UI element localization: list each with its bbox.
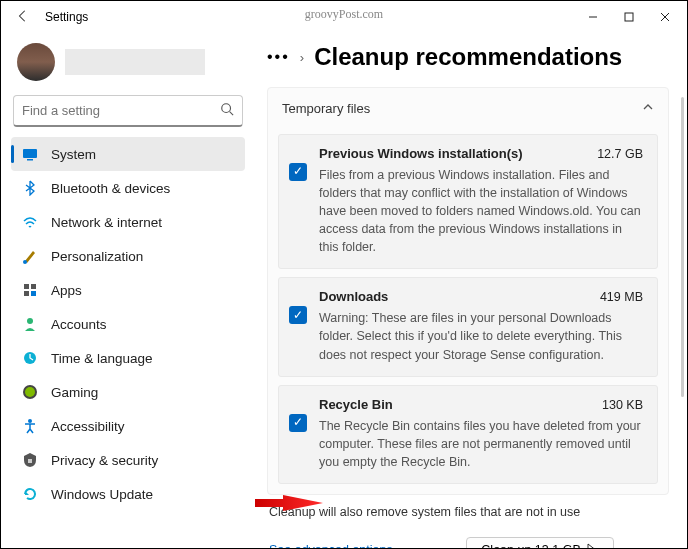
svg-rect-7 [27, 159, 33, 161]
sidebar-item-update[interactable]: Windows Update [11, 477, 245, 511]
sidebar-item-personalization[interactable]: Personalization [11, 239, 245, 273]
wifi-icon [21, 214, 39, 230]
paintbrush-icon [21, 248, 39, 264]
checkbox[interactable]: ✓ [289, 306, 307, 324]
section-header[interactable]: Temporary files [268, 88, 668, 128]
sidebar-item-system[interactable]: System [11, 137, 245, 171]
back-button[interactable] [9, 9, 37, 26]
svg-marker-19 [255, 495, 323, 511]
sidebar-item-label: System [51, 147, 96, 162]
cards: ✓ Previous Windows installation(s) 12.7 … [268, 128, 668, 494]
sidebar-item-label: Network & internet [51, 215, 162, 230]
person-icon [21, 316, 39, 332]
system-icon [21, 146, 39, 162]
cursor-icon [587, 543, 599, 548]
profile-name-redacted [65, 49, 205, 75]
sidebar-item-label: Windows Update [51, 487, 153, 502]
sidebar-item-label: Accounts [51, 317, 107, 332]
minimize-button[interactable] [575, 5, 611, 29]
svg-point-16 [25, 387, 35, 397]
card-recycle-bin: ✓ Recycle Bin 130 KB The Recycle Bin con… [278, 385, 658, 484]
close-button[interactable] [647, 5, 683, 29]
maximize-button[interactable] [611, 5, 647, 29]
card-size: 130 KB [602, 396, 643, 414]
sidebar-item-label: Apps [51, 283, 82, 298]
svg-rect-6 [23, 149, 37, 158]
sidebar-item-apps[interactable]: Apps [11, 273, 245, 307]
svg-rect-10 [31, 284, 36, 289]
svg-rect-9 [24, 284, 29, 289]
card-size: 419 MB [600, 288, 643, 306]
sidebar-item-bluetooth[interactable]: Bluetooth & devices [11, 171, 245, 205]
sidebar-item-label: Time & language [51, 351, 153, 366]
svg-point-13 [27, 318, 33, 324]
sidebar-item-label: Accessibility [51, 419, 125, 434]
sidebar-item-time[interactable]: Time & language [11, 341, 245, 375]
svg-rect-12 [31, 291, 36, 296]
search-input[interactable] [22, 103, 220, 118]
svg-line-5 [230, 112, 234, 116]
cleanup-button[interactable]: Clean up 13.1 GB [466, 537, 613, 548]
page-title: Cleanup recommendations [314, 43, 622, 71]
shield-icon [21, 452, 39, 468]
titlebar: Settings groovyPost.com [1, 1, 687, 33]
sidebar-item-privacy[interactable]: Privacy & security [11, 443, 245, 477]
svg-rect-11 [24, 291, 29, 296]
svg-point-4 [222, 104, 231, 113]
card-size: 12.7 GB [597, 145, 643, 163]
search-input-container[interactable] [13, 95, 243, 127]
watermark: groovyPost.com [305, 7, 383, 22]
search-icon [220, 102, 234, 119]
svg-point-17 [28, 419, 32, 423]
bluetooth-icon [21, 180, 39, 196]
svg-rect-1 [625, 13, 633, 21]
sidebar-item-label: Bluetooth & devices [51, 181, 170, 196]
app-title: Settings [45, 10, 88, 24]
gaming-icon [21, 384, 39, 400]
main: ••• › Cleanup recommendations Temporary … [253, 33, 687, 548]
sidebar-item-label: Personalization [51, 249, 143, 264]
sidebar-item-accessibility[interactable]: Accessibility [11, 409, 245, 443]
svg-point-8 [23, 260, 27, 264]
apps-icon [21, 282, 39, 298]
card-downloads: ✓ Downloads 419 MB Warning: These are fi… [278, 277, 658, 376]
sidebar: System Bluetooth & devices Network & int… [1, 33, 253, 548]
sidebar-item-label: Gaming [51, 385, 98, 400]
update-icon [21, 486, 39, 502]
card-title: Downloads [319, 288, 388, 307]
clock-icon [21, 350, 39, 366]
advanced-options-link[interactable]: See advanced options [269, 543, 393, 548]
checkbox[interactable]: ✓ [289, 414, 307, 432]
sidebar-item-label: Privacy & security [51, 453, 158, 468]
breadcrumb: ••• › Cleanup recommendations [267, 43, 669, 71]
card-desc: Warning: These are files in your persona… [319, 309, 643, 363]
accessibility-icon [21, 418, 39, 434]
card-title: Recycle Bin [319, 396, 393, 415]
profile[interactable] [11, 39, 245, 91]
checkbox[interactable]: ✓ [289, 163, 307, 181]
sidebar-item-gaming[interactable]: Gaming [11, 375, 245, 409]
section-title: Temporary files [282, 101, 370, 116]
card-title: Previous Windows installation(s) [319, 145, 523, 164]
annotation-arrow-icon [253, 488, 323, 518]
cleanup-note: Cleanup will also remove system files th… [269, 505, 667, 519]
sidebar-item-accounts[interactable]: Accounts [11, 307, 245, 341]
svg-rect-18 [28, 459, 32, 463]
chevron-right-icon: › [300, 50, 304, 65]
avatar [17, 43, 55, 81]
cleanup-button-label: Clean up 13.1 GB [481, 543, 580, 548]
card-desc: Files from a previous Windows installati… [319, 166, 643, 257]
window-controls [575, 5, 683, 29]
chevron-up-icon [642, 101, 654, 116]
breadcrumb-more-icon[interactable]: ••• [267, 48, 290, 66]
scrollbar[interactable] [681, 97, 684, 397]
sidebar-item-network[interactable]: Network & internet [11, 205, 245, 239]
card-desc: The Recycle Bin contains files you have … [319, 417, 643, 471]
section-temporary-files: Temporary files ✓ Previous Windows insta… [267, 87, 669, 495]
nav: System Bluetooth & devices Network & int… [11, 137, 245, 511]
card-previous-windows: ✓ Previous Windows installation(s) 12.7 … [278, 134, 658, 269]
